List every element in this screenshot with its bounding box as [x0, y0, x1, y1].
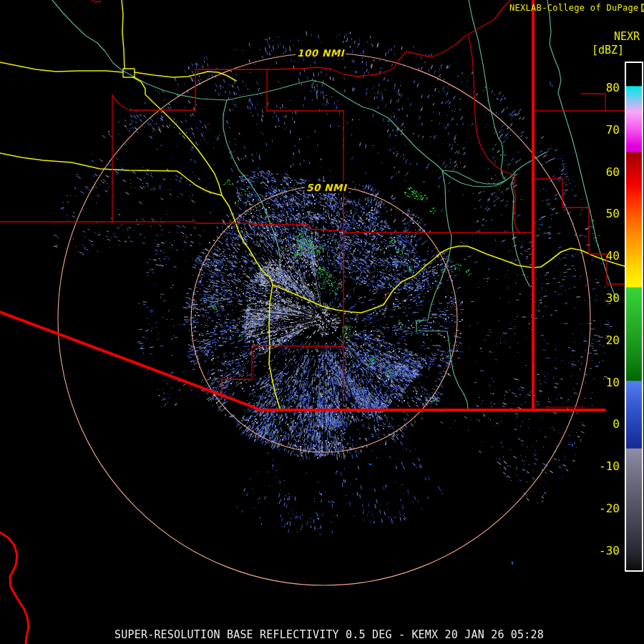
colorbar-tick-label: 20 [606, 333, 620, 347]
map-line-thin [532, 179, 625, 284]
colorbar-title: NEXR [614, 30, 640, 43]
colorbar-tick-label: -20 [599, 502, 620, 515]
colorbar-tick-label: 30 [606, 291, 620, 305]
map-line-road [269, 285, 280, 409]
colorbar-tick-label: 0 [613, 417, 620, 431]
map-line-thin [267, 69, 343, 111]
colorbar-tick-label: 40 [606, 249, 620, 263]
map-line-river [223, 100, 280, 259]
station-logo: NEXLAB-College of DuPage [509, 3, 644, 13]
map-line-road [122, 0, 125, 69]
colorbar-tick-label: 80 [606, 81, 620, 94]
map-line-river [52, 0, 227, 100]
colorbar-units: [dBZ] [592, 44, 624, 57]
map-line-river [442, 171, 506, 187]
map-line-thick [0, 312, 605, 410]
map-line-thin [581, 94, 605, 111]
colorbar [625, 62, 643, 572]
map-overlay-svg [0, 0, 644, 644]
map-line-thin [196, 0, 510, 77]
external-link-icon [641, 4, 644, 12]
range-ring-100nmi [58, 53, 590, 585]
map-line-thin [0, 222, 344, 233]
map-line-road [133, 77, 222, 195]
map-line-road [135, 72, 236, 81]
map-line-thin [222, 346, 344, 394]
map-line-road [0, 62, 123, 72]
colorbar-tick-label: 60 [606, 165, 620, 179]
colorbar-tick-label: -10 [599, 459, 620, 473]
product-title: SUPER-RESOLUTION BASE REFLECTIVITY 0.5 D… [114, 628, 544, 641]
colorbar-tick-label: 50 [606, 207, 620, 220]
colorbar-tick-label: 10 [606, 376, 620, 389]
map-line-river [442, 152, 545, 184]
range-ring-50nmi [191, 186, 457, 452]
radar-display: NEXLAB-College of DuPage NEXR [dBZ] 100 … [0, 0, 644, 644]
map-line-river [511, 174, 530, 286]
map-line-thick [0, 532, 29, 644]
logo-text: NEXLAB-College of DuPage [509, 3, 639, 13]
colorbar-tick-label: 70 [606, 123, 620, 137]
map-line-river [227, 80, 468, 409]
map-line-thin [469, 36, 519, 233]
range-ring-label-50: 50 NMI [305, 182, 348, 193]
colorbar-tick-label: -30 [599, 544, 620, 557]
map-line-thin [92, 0, 101, 2]
range-ring-label-100: 100 NMI [296, 47, 346, 59]
colorbar-gradient [626, 63, 642, 570]
